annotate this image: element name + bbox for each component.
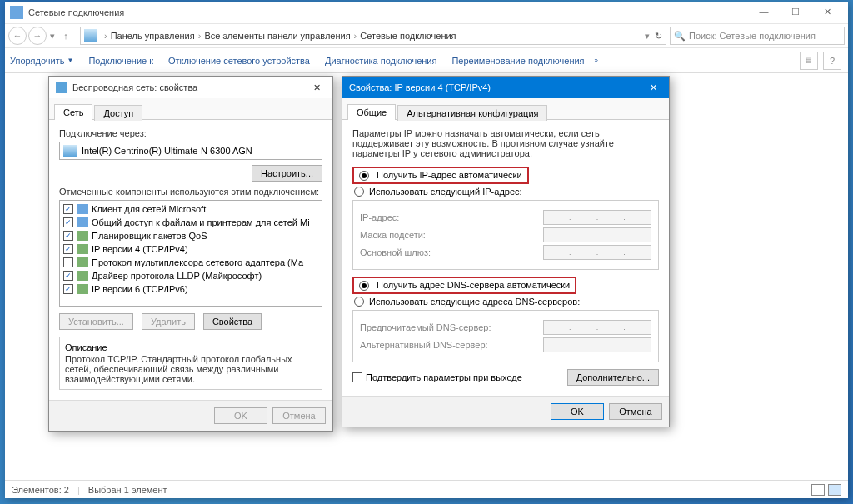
list-item-label: Протокол мультиплексора сетевого адаптер…	[92, 257, 303, 267]
address-icon	[84, 29, 97, 42]
intro-text: Параметры IP можно назначать автоматичес…	[352, 128, 659, 158]
adapter-icon	[63, 145, 77, 157]
statusbar: Элементов: 2 | Выбран 1 элемент	[5, 480, 848, 498]
rename-button[interactable]: Переименование подключения»	[451, 56, 598, 66]
confirm-checkbox-label: Подтвердить параметры при выходе	[366, 372, 522, 382]
nav-back-button[interactable]: ←	[8, 27, 27, 45]
list-item[interactable]: Протокол мультиплексора сетевого адаптер…	[62, 256, 320, 269]
disable-button[interactable]: Отключение сетевого устройства	[168, 56, 310, 66]
view-details-icon[interactable]	[811, 484, 825, 496]
cancel-button[interactable]: Отмена	[272, 407, 326, 424]
confirm-checkbox[interactable]	[352, 372, 362, 382]
list-item[interactable]: ✓IP версии 6 (TCP/IPv6)	[62, 282, 320, 296]
tab-network[interactable]: Сеть	[54, 104, 92, 120]
subnet-mask-label: Маска подсети:	[360, 230, 543, 240]
dns-alt-label: Альтернативный DNS-сервер:	[360, 340, 543, 350]
components-listbox[interactable]: ✓Клиент для сетей Microsoft✓Общий доступ…	[59, 200, 322, 307]
protocol-icon	[77, 231, 88, 241]
explorer-window: Сетевые подключения — ☐ ✕ ← → ▾ ↑ › Пане…	[5, 2, 848, 498]
gateway-label: Основной шлюз:	[360, 247, 543, 257]
breadcrumb[interactable]: Сетевые подключения	[360, 31, 456, 41]
close-icon[interactable]: ✕	[307, 82, 326, 93]
content-area: Беспроводная сеть: свойства ✕ Сеть Досту…	[5, 73, 848, 480]
window-icon	[10, 6, 23, 19]
nav-up-button[interactable]: ↑	[57, 27, 75, 45]
properties-button[interactable]: Свойства	[203, 313, 262, 330]
ip-address-label: IP-адрес:	[360, 212, 543, 222]
view-large-icon[interactable]	[828, 484, 841, 496]
search-placeholder: Поиск: Сетевые подключения	[689, 31, 816, 41]
radio-dns-auto[interactable]	[359, 281, 369, 291]
description-label: Описание	[65, 342, 317, 352]
list-item-label: IP версии 6 (TCP/IPv6)	[92, 284, 188, 294]
checkbox[interactable]: ✓	[63, 271, 73, 281]
chevron-icon: ›	[354, 31, 357, 41]
chevron-down-icon[interactable]: ▾	[645, 31, 650, 42]
help-button[interactable]: ?	[823, 52, 841, 70]
chevron-icon: ›	[198, 31, 202, 41]
dialog-footer: OK Отмена	[342, 396, 669, 427]
connect-button[interactable]: Подключение к	[88, 56, 153, 66]
close-icon[interactable]: ✕	[644, 82, 662, 93]
checkbox[interactable]: ✓	[63, 217, 73, 227]
dns-alt-input: ...	[543, 337, 651, 352]
ok-button[interactable]: OK	[214, 407, 267, 424]
list-item[interactable]: ✓Общий доступ к файлам и принтерам для с…	[62, 216, 320, 229]
nav-forward-button[interactable]: →	[28, 27, 47, 45]
search-input[interactable]: 🔍 Поиск: Сетевые подключения	[670, 27, 845, 45]
remove-button[interactable]: Удалить	[142, 313, 195, 330]
gateway-input: ...	[543, 245, 651, 260]
status-elements: Элементов: 2	[12, 485, 69, 495]
tab-bar: Сеть Доступ	[49, 98, 332, 120]
list-item[interactable]: ✓IP версии 4 (TCP/IPv4)	[62, 242, 320, 256]
titlebar[interactable]: Сетевые подключения — ☐ ✕	[5, 2, 848, 23]
dialog-title: Беспроводная сеть: свойства	[72, 82, 307, 92]
breadcrumb[interactable]: Панель управления	[111, 31, 195, 41]
checkbox[interactable]: ✓	[63, 204, 73, 214]
radio-ip-auto[interactable]	[359, 171, 369, 181]
tab-access[interactable]: Доступ	[94, 105, 142, 121]
advanced-button[interactable]: Дополнительно...	[567, 369, 659, 386]
radio-ip-manual[interactable]	[354, 187, 364, 197]
ip-address-input: ...	[543, 210, 651, 225]
list-item-label: Клиент для сетей Microsoft	[92, 204, 206, 214]
chevron-down-icon[interactable]: ▾	[50, 31, 55, 42]
dialog-footer: OK Отмена	[49, 400, 332, 431]
view-icons	[811, 484, 841, 496]
ok-button[interactable]: OK	[551, 403, 604, 420]
list-item[interactable]: ✓Драйвер протокола LLDP (Майкрософт)	[62, 269, 320, 282]
minimize-button[interactable]: —	[748, 4, 780, 21]
diagnose-button[interactable]: Диагностика подключения	[325, 56, 436, 66]
checkbox[interactable]: ✓	[63, 231, 73, 241]
radio-dns-manual[interactable]	[354, 297, 364, 307]
list-item-label: Общий доступ к файлам и принтерам для се…	[92, 217, 310, 227]
configure-button[interactable]: Настроить...	[252, 165, 322, 182]
tab-general[interactable]: Общие	[347, 104, 396, 120]
dialog-body: Параметры IP можно назначать автоматичес…	[342, 120, 669, 396]
checkbox[interactable]: ✓	[63, 244, 73, 254]
breadcrumb[interactable]: Все элементы панели управления	[204, 31, 350, 41]
dialog-titlebar[interactable]: Беспроводная сеть: свойства ✕	[49, 77, 332, 98]
highlighted-option: Получить адрес DNS-сервера автоматически	[352, 277, 576, 294]
highlighted-option: Получить IP-адрес автоматически	[352, 167, 529, 184]
address-bar[interactable]: › Панель управления › Все элементы панел…	[80, 27, 666, 45]
list-item-label: Драйвер протокола LLDP (Майкрософт)	[92, 271, 262, 281]
dialog-body: Подключение через: Intel(R) Centrino(R) …	[49, 120, 332, 400]
organize-menu[interactable]: Упорядочить▼	[10, 56, 73, 66]
tab-alt-config[interactable]: Альтернативная конфигурация	[397, 105, 547, 121]
adapter-field[interactable]: Intel(R) Centrino(R) Ultimate-N 6300 AGN	[59, 142, 322, 160]
dialog-titlebar[interactable]: Свойства: IP версии 4 (TCP/IPv4) ✕	[342, 77, 669, 98]
list-item[interactable]: ✓Планировщик пакетов QoS	[62, 229, 320, 242]
maximize-button[interactable]: ☐	[780, 4, 811, 21]
install-button[interactable]: Установить...	[59, 313, 133, 330]
refresh-icon[interactable]: ↻	[655, 31, 662, 42]
view-preview-button[interactable]: ▤	[800, 52, 818, 70]
adapter-name: Intel(R) Centrino(R) Ultimate-N 6300 AGN	[82, 146, 252, 156]
list-item[interactable]: ✓Клиент для сетей Microsoft	[62, 202, 320, 216]
checkbox[interactable]: ✓	[63, 284, 73, 294]
close-button[interactable]: ✕	[811, 4, 843, 21]
cancel-button[interactable]: Отмена	[609, 403, 662, 420]
protocol-icon	[77, 204, 88, 214]
checkbox[interactable]	[63, 257, 73, 267]
protocol-icon	[77, 257, 88, 267]
